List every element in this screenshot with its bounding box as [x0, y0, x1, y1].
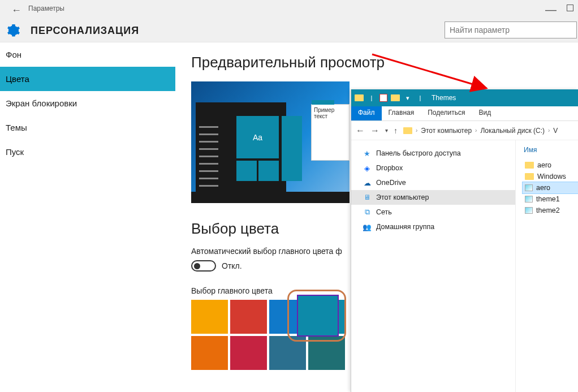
- file-row[interactable]: aero: [523, 160, 578, 171]
- preview-tile-medium: [282, 116, 302, 181]
- preview-app-list: [199, 126, 218, 192]
- network-icon: ⧉: [363, 208, 372, 217]
- sidebar-item-start[interactable]: Пуск: [0, 140, 175, 164]
- sidebar-item-lockscreen[interactable]: Экран блокировки: [0, 91, 175, 115]
- breadcrumb[interactable]: › Этот компьютер › Локальный диск (C:) ›…: [403, 127, 558, 135]
- file-row[interactable]: theme1: [523, 193, 578, 205]
- settings-header: ← Параметры — ПЕРСОНАЛИЗАЦИЯ: [0, 0, 578, 42]
- sidebar-item-themes[interactable]: Темы: [0, 115, 175, 140]
- folder-icon: [355, 93, 364, 102]
- tree-onedrive[interactable]: ☁OneDrive: [351, 175, 515, 190]
- dropdown-icon[interactable]: ▾: [403, 93, 412, 102]
- folder-icon: [525, 162, 534, 169]
- back-button[interactable]: ←: [11, 5, 21, 16]
- color-swatch[interactable]: [191, 336, 228, 370]
- tree-this-pc[interactable]: 🖥Этот компьютер: [351, 190, 515, 205]
- file-row[interactable]: Windows: [523, 171, 578, 182]
- color-swatch[interactable]: [308, 336, 345, 370]
- tree-dropbox[interactable]: ◈Dropbox: [351, 161, 515, 175]
- explorer-title-text: Themes: [432, 94, 456, 102]
- sidebar-item-colors[interactable]: Цвета: [0, 67, 175, 91]
- toggle-knob: [194, 263, 200, 269]
- preview-start-menu: Aa: [196, 102, 286, 192]
- file-list: Имя aero Windows aero theme1 theme2: [515, 140, 578, 392]
- color-swatch[interactable]: [308, 300, 345, 334]
- explorer-ribbon-tabs: Файл Главная Поделиться Вид: [351, 106, 578, 121]
- gear-icon: [7, 24, 20, 37]
- sidebar: Фон Цвета Экран блокировки Темы Пуск: [0, 42, 175, 392]
- toggle-state-label: Откл.: [222, 261, 242, 270]
- preview-tile-small: [236, 161, 257, 181]
- sidebar-item-label: Темы: [6, 123, 27, 132]
- file-row[interactable]: aero: [523, 182, 578, 193]
- tree-quick-access[interactable]: ★Панель быстрого доступа: [351, 146, 515, 161]
- color-swatch[interactable]: [269, 336, 306, 370]
- tab-share[interactable]: Поделиться: [421, 106, 472, 120]
- minimize-button[interactable]: —: [545, 3, 557, 16]
- tree-network[interactable]: ⧉Сеть: [351, 205, 515, 219]
- theme-file-icon: [525, 196, 533, 203]
- nav-up-button[interactable]: ↑: [394, 126, 398, 135]
- color-swatch[interactable]: [269, 300, 306, 334]
- chevron-right-icon[interactable]: ›: [548, 127, 550, 133]
- preview-thumbnail: Aa Пример текст: [191, 81, 350, 203]
- preview-tile-large: Aa: [236, 116, 279, 158]
- qat-separator: |: [416, 93, 425, 102]
- properties-icon[interactable]: [379, 94, 387, 102]
- chevron-right-icon[interactable]: ›: [416, 127, 417, 133]
- sidebar-item-label: Цвета: [6, 74, 29, 84]
- homegroup-icon: 👥: [363, 222, 372, 231]
- theme-file-icon: [525, 207, 533, 214]
- cloud-icon: ☁: [363, 178, 372, 187]
- color-swatch[interactable]: [230, 300, 267, 334]
- page-title: ПЕРСОНАЛИЗАЦИЯ: [31, 25, 139, 37]
- explorer-titlebar[interactable]: | ▾ | Themes: [351, 89, 578, 106]
- chevron-right-icon[interactable]: ›: [475, 127, 477, 133]
- toggle-track[interactable]: [191, 260, 216, 272]
- preview-heading: Предварительный просмотр: [191, 54, 578, 71]
- folder-icon[interactable]: [391, 93, 400, 102]
- pc-icon: 🖥: [363, 193, 372, 202]
- breadcrumb-segment[interactable]: Этот компьютер: [421, 127, 472, 135]
- sidebar-item-label: Пуск: [6, 147, 24, 157]
- tree-homegroup[interactable]: 👥Домашняя группа: [351, 219, 515, 234]
- star-icon: ★: [363, 149, 372, 158]
- tab-view[interactable]: Вид: [472, 106, 498, 120]
- nav-forward-button[interactable]: →: [370, 126, 379, 136]
- search-input[interactable]: [445, 21, 577, 38]
- theme-file-icon: [525, 184, 533, 191]
- maximize-button[interactable]: [567, 5, 573, 11]
- sidebar-item-background[interactable]: Фон: [0, 42, 175, 67]
- folder-icon: [403, 127, 412, 134]
- file-row[interactable]: theme2: [523, 205, 578, 216]
- preview-tile-small: [258, 161, 279, 181]
- breadcrumb-segment[interactable]: V: [553, 127, 558, 135]
- window-title: Параметры: [28, 5, 64, 12]
- sidebar-item-label: Экран блокировки: [6, 98, 77, 108]
- folder-icon: [525, 173, 534, 180]
- sidebar-item-label: Фон: [6, 50, 21, 59]
- column-header-name[interactable]: Имя: [523, 146, 578, 154]
- preview-sample-window: Пример текст: [311, 104, 350, 161]
- nav-back-button[interactable]: ←: [356, 126, 365, 136]
- dropbox-icon: ◈: [363, 163, 372, 173]
- navigation-tree: ★Панель быстрого доступа ◈Dropbox ☁OneDr…: [351, 140, 515, 392]
- nav-history-dropdown[interactable]: ▾: [385, 127, 388, 133]
- explorer-navbar: ← → ▾ ↑ › Этот компьютер › Локальный дис…: [351, 121, 578, 140]
- explorer-window: | ▾ | Themes Файл Главная Поделиться Вид…: [351, 89, 578, 392]
- qat-separator: |: [367, 93, 376, 102]
- color-swatch[interactable]: [230, 336, 267, 370]
- tab-home[interactable]: Главная: [382, 106, 421, 120]
- explorer-body: ★Панель быстрого доступа ◈Dropbox ☁OneDr…: [351, 140, 578, 392]
- color-swatch[interactable]: [191, 300, 228, 334]
- breadcrumb-segment[interactable]: Локальный диск (C:): [480, 127, 545, 135]
- tab-file[interactable]: Файл: [351, 106, 382, 120]
- preview-taskbar: [191, 192, 350, 203]
